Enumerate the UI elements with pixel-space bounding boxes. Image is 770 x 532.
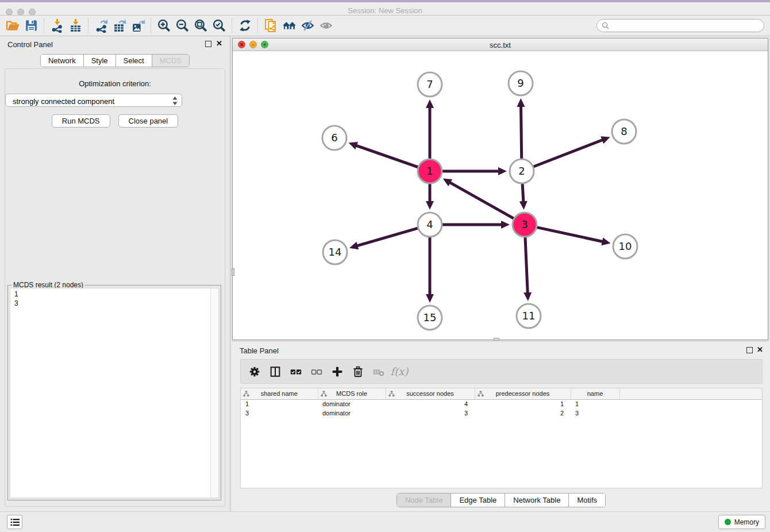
table-panel-title: Table Panel [240, 346, 279, 355]
zoom-selected-icon[interactable] [210, 17, 228, 34]
tab-network-table[interactable]: Network Table [505, 494, 569, 507]
delete-table-icon[interactable] [368, 362, 389, 381]
graph-edge-2-3[interactable] [522, 182, 523, 203]
home-layout-icon[interactable] [280, 17, 298, 34]
table-cell[interactable]: 3 [571, 408, 619, 418]
column-header-name[interactable]: name [571, 388, 619, 399]
table-row[interactable]: 3dominator323 [241, 408, 762, 418]
network-canvas[interactable]: 7968124314101511 [233, 51, 768, 340]
control-panel: Control Panel ✕ NetworkStyleSelectMCDS O… [0, 36, 230, 511]
graph-node-label: 15 [424, 311, 437, 323]
table-cell[interactable]: 4 [386, 399, 475, 408]
export-table-icon[interactable] [110, 17, 129, 34]
task-history-icon[interactable] [7, 515, 22, 529]
table-cell[interactable]: 3 [241, 408, 318, 418]
export-network-icon[interactable] [92, 17, 110, 34]
show-column-icon[interactable] [265, 362, 286, 381]
toolbar-separator [151, 18, 151, 33]
show-all-icon[interactable] [317, 17, 335, 34]
table-row[interactable]: 1dominator411 [241, 399, 762, 408]
close-panel-button[interactable]: Close panel [118, 114, 179, 128]
graph-arrowhead [601, 237, 610, 245]
table-cell[interactable]: 1 [475, 399, 571, 408]
table-cell[interactable]: dominator [318, 408, 386, 418]
control-panel-float-icon[interactable] [205, 41, 211, 47]
column-header-predecessor-nodes[interactable]: predecessor nodes [475, 388, 571, 399]
toolbar-separator [88, 18, 88, 33]
control-panel-title: Control Panel [7, 40, 53, 49]
graph-arrowhead [349, 242, 359, 249]
table-options-icon[interactable] [244, 362, 265, 381]
column-header-successor-nodes[interactable]: successor nodes [386, 388, 475, 399]
search-input[interactable] [609, 20, 764, 31]
node-table-container: shared nameMCDS rolesuccessor nodesprede… [240, 388, 763, 488]
delete-columns-icon[interactable] [348, 362, 368, 381]
export-image-icon[interactable] [129, 17, 147, 34]
open-session-icon[interactable] [3, 17, 22, 34]
zoom-out-icon[interactable] [173, 17, 191, 34]
memory-button[interactable]: Memory [718, 515, 765, 529]
network-graph: 7968124314101511 [233, 51, 768, 340]
tab-node-table[interactable]: Node Table [397, 494, 452, 507]
table-panel-close-icon[interactable]: ✕ [757, 346, 763, 354]
mcds-result-group: MCDS result (2 nodes) 13 [7, 285, 221, 500]
graph-edge-2-9[interactable] [521, 105, 521, 161]
search-field [596, 19, 764, 32]
node-table: shared nameMCDS rolesuccessor nodesprede… [241, 388, 762, 418]
graph-edge-3-1[interactable] [449, 182, 515, 220]
graph-arrowhead [517, 98, 525, 107]
table-panel-float-icon[interactable] [746, 347, 753, 353]
network-window-titlebar[interactable]: ✕ − + scc.txt [233, 38, 768, 51]
control-panel-header: Control Panel ✕ [0, 36, 230, 52]
graph-node-label: 4 [426, 218, 433, 230]
tab-mcds[interactable]: MCDS [152, 55, 189, 67]
tab-network[interactable]: Network [41, 55, 84, 67]
table-cell[interactable]: 2 [475, 408, 571, 418]
window-resize-grip[interactable] [232, 268, 234, 276]
graph-edge-1-6[interactable] [355, 145, 420, 168]
table-cell[interactable]: 1 [571, 399, 619, 408]
graph-node-label: 11 [522, 310, 536, 322]
network-window-title: scc.txt [233, 41, 768, 49]
criterion-dropdown[interactable]: strongly connected component [5, 94, 182, 107]
zoom-fit-icon[interactable] [191, 17, 210, 34]
tab-select[interactable]: Select [116, 55, 152, 67]
mcds-result-item[interactable]: 3 [14, 299, 218, 308]
mcds-result-item[interactable]: 1 [14, 290, 218, 299]
run-mcds-button[interactable]: Run MCDS [52, 114, 110, 128]
graph-edge-3-11[interactable] [525, 235, 528, 294]
column-header-shared-name[interactable]: shared name [241, 388, 318, 399]
table-cell[interactable]: 3 [386, 408, 475, 418]
import-network-icon[interactable] [48, 17, 66, 34]
control-panel-close-icon[interactable]: ✕ [216, 40, 222, 48]
table-cell-filler [619, 399, 762, 408]
mcds-result-scrollbar[interactable] [210, 288, 218, 498]
tab-motifs[interactable]: Motifs [569, 494, 605, 507]
session-title: Session: New Session [0, 6, 770, 15]
import-table-icon[interactable] [66, 17, 84, 34]
column-header-MCDS-role[interactable]: MCDS role [318, 388, 386, 399]
graph-arrowhead [426, 99, 434, 108]
select-all-columns-icon[interactable] [286, 362, 306, 381]
unselect-all-columns-icon[interactable] [306, 362, 327, 381]
zoom-in-icon[interactable] [155, 17, 173, 34]
optimization-criterion-label: Optimization criterion: [5, 79, 225, 88]
save-session-icon[interactable] [22, 17, 40, 34]
refresh-icon[interactable] [236, 17, 254, 34]
table-cell[interactable]: dominator [318, 399, 386, 408]
clone-network-icon[interactable] [261, 17, 280, 34]
table-cell-filler [619, 408, 762, 418]
graph-edge-4-14[interactable] [356, 228, 419, 246]
graph-edge-3-10[interactable] [535, 227, 604, 242]
table-panel-tabs: Node TableEdge TableNetwork TableMotifs [396, 493, 606, 507]
create-column-icon[interactable] [327, 362, 348, 381]
function-builder-icon[interactable]: f(x) [389, 362, 410, 381]
tab-style[interactable]: Style [84, 55, 116, 67]
status-bar: Memory [0, 511, 770, 532]
graph-edge-2-8[interactable] [532, 140, 604, 168]
hide-selected-icon[interactable] [298, 17, 317, 34]
graph-arrowhead [426, 201, 434, 210]
tab-edge-table[interactable]: Edge Table [451, 494, 505, 507]
table-cell[interactable]: 1 [241, 399, 318, 408]
window-resize-grip[interactable] [494, 338, 499, 341]
